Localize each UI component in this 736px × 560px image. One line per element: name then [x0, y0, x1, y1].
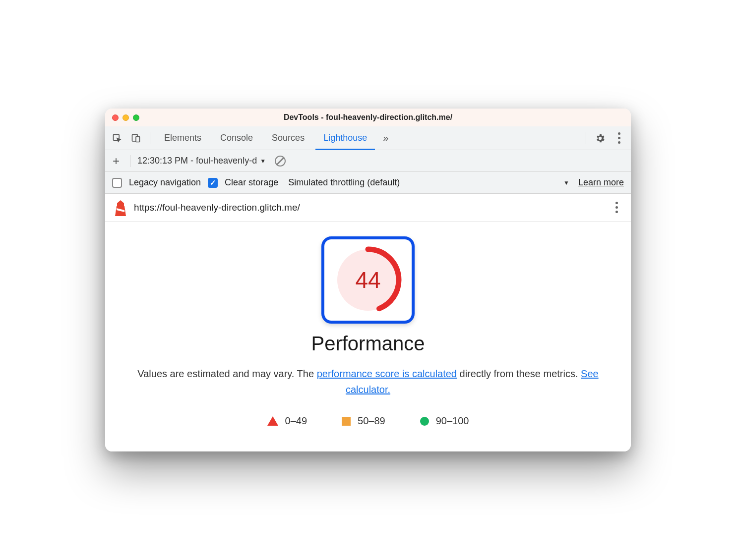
legend-good: 90–100: [420, 415, 469, 427]
learn-more-link[interactable]: Learn more: [578, 177, 624, 188]
tab-sources[interactable]: Sources: [264, 126, 312, 150]
lighthouse-report: 44 Performance Values are estimated and …: [105, 222, 631, 451]
tab-lighthouse[interactable]: Lighthouse: [315, 126, 375, 150]
window-title: DevTools - foul-heavenly-direction.glitc…: [105, 113, 631, 122]
tab-elements[interactable]: Elements: [156, 126, 209, 150]
report-menu-icon[interactable]: [612, 198, 622, 217]
throttling-select[interactable]: Simulated throttling (default): [288, 177, 400, 188]
inspect-icon[interactable]: [109, 130, 125, 146]
devtools-window: DevTools - foul-heavenly-direction.glitc…: [105, 109, 631, 451]
lighthouse-options: Legacy navigation ✓ Clear storage Simula…: [105, 172, 631, 194]
titlebar: DevTools - foul-heavenly-direction.glitc…: [105, 109, 631, 126]
legend-poor: 0–49: [267, 415, 307, 427]
performance-description: Values are estimated and may vary. The p…: [125, 366, 611, 397]
performance-title: Performance: [125, 333, 611, 355]
separator: [130, 155, 130, 167]
score-legend: 0–49 50–89 90–100: [125, 415, 611, 427]
lighthouse-icon: [114, 200, 127, 215]
score-highlight-box: 44: [321, 236, 415, 324]
new-report-button[interactable]: +: [109, 154, 123, 168]
more-tabs-icon[interactable]: »: [378, 132, 393, 144]
report-select-label: 12:30:13 PM - foul-heavenly-d: [137, 156, 257, 166]
chevron-down-icon: ▼: [260, 158, 266, 165]
triangle-icon: [267, 416, 278, 426]
chevron-down-icon[interactable]: ▼: [563, 179, 569, 186]
clear-storage-checkbox[interactable]: ✓: [208, 178, 218, 188]
main-tabs: Elements Console Sources Lighthouse »: [105, 126, 631, 150]
report-url-bar: https://foul-heavenly-direction.glitch.m…: [105, 194, 631, 222]
desc-text: Values are estimated and may vary. The: [137, 368, 316, 379]
svg-rect-2: [136, 136, 140, 142]
device-toggle-icon[interactable]: [128, 130, 144, 146]
tab-console[interactable]: Console: [212, 126, 261, 150]
score-calc-link[interactable]: performance score is calculated: [317, 368, 457, 379]
report-select[interactable]: 12:30:13 PM - foul-heavenly-d ▼: [137, 156, 266, 166]
separator: [586, 132, 586, 144]
circle-icon: [420, 417, 429, 426]
throttling-label: Simulated throttling (default): [288, 177, 400, 187]
legend-average: 50–89: [342, 415, 385, 427]
performance-score: 44: [333, 245, 403, 315]
legend-avg-label: 50–89: [358, 415, 385, 427]
svg-marker-3: [117, 200, 124, 206]
performance-gauge[interactable]: 44: [333, 245, 403, 315]
legend-good-label: 90–100: [436, 415, 469, 427]
separator: [150, 132, 150, 144]
clear-icon[interactable]: [270, 156, 286, 167]
legend-poor-label: 0–49: [285, 415, 307, 427]
legacy-navigation-label: Legacy navigation: [129, 177, 201, 188]
settings-icon[interactable]: [592, 130, 608, 146]
clear-storage-label: Clear storage: [225, 177, 278, 188]
kebab-menu-icon[interactable]: [611, 130, 627, 146]
square-icon: [342, 417, 351, 426]
report-url: https://foul-heavenly-direction.glitch.m…: [134, 202, 300, 213]
desc-text: directly from these metrics.: [457, 368, 581, 379]
legacy-navigation-checkbox[interactable]: [112, 178, 122, 188]
lighthouse-toolbar: + 12:30:13 PM - foul-heavenly-d ▼: [105, 150, 631, 172]
